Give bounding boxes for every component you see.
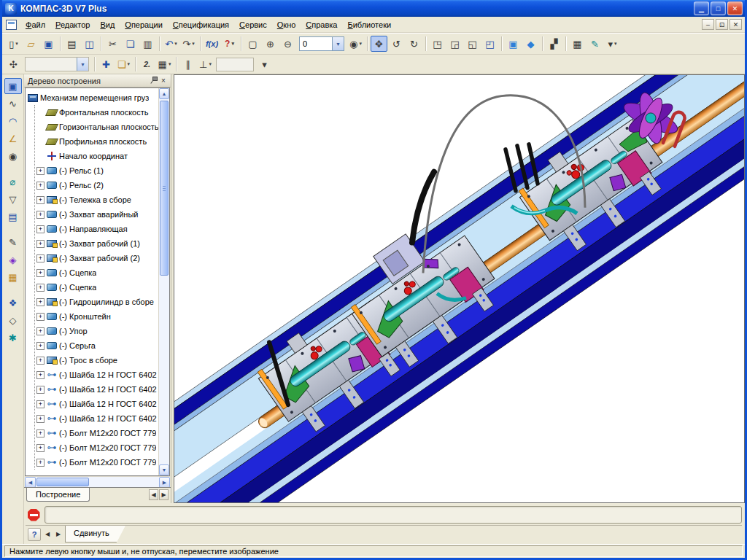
tree-item[interactable]: + (-) Тележка в сборе [36,192,158,207]
shaded-button[interactable]: ◰ [481,36,498,52]
close-button[interactable]: ✕ [727,1,743,15]
tree-item[interactable]: Горизонтальная плоскость [36,120,158,134]
pin-icon[interactable] [148,76,158,85]
tree-item[interactable]: + (-) Серьга [36,338,158,353]
mdi-minimize-button[interactable]: – [702,19,714,30]
step-value-field[interactable] [216,58,254,71]
pan-button[interactable]: ✥ [371,36,387,52]
horizontal-scroll-track[interactable] [36,477,159,487]
expander-icon[interactable]: + [36,240,44,248]
vertical-scroll-track[interactable] [159,99,169,464]
sheet-params-button[interactable]: ▦ [569,36,586,52]
tree-vertical-scrollbar[interactable]: ▲ ▼ [158,88,169,475]
snap-global-button[interactable]: ✣ [5,56,22,72]
panel-edit-part-button[interactable]: ▣ [4,78,22,94]
undo-button[interactable]: ↶ [163,36,179,52]
prop-tab-right-icon[interactable]: ▶ [54,528,63,541]
tree-item[interactable]: Фронтальная плоскость [36,105,158,120]
stop-icon[interactable] [26,507,42,523]
vertical-scroll-thumb[interactable] [160,101,169,276]
expander-icon[interactable]: + [36,429,44,438]
menu-item[interactable]: Операции [120,18,167,31]
tree-root-item[interactable]: Механизм перемещения груз [28,90,158,105]
tree-item[interactable]: + (-) Сцепка [36,280,158,295]
tree-item[interactable]: + (-) Направляющая [36,222,158,236]
paste-button[interactable]: ▥ [139,36,156,52]
menu-item[interactable]: Редактор [50,18,95,31]
panel-elements-button[interactable]: ◈ [4,252,22,268]
tree-item[interactable]: + (-) Захват рабочий (2) [36,251,158,265]
rounding-button[interactable]: 2. [139,56,155,72]
tree-item[interactable]: + (-) Болт М12х20 ГОСТ 779 [36,455,158,470]
tab-construction[interactable]: Построение [26,488,90,502]
expander-icon[interactable]: + [36,415,44,423]
expander-icon[interactable] [36,152,44,160]
refresh-view-button[interactable]: ↻ [406,36,422,52]
grid-button[interactable]: ▦ [156,56,173,72]
expander-icon[interactable]: + [36,284,44,292]
tab-scroll-left-icon[interactable]: ◀ [149,489,158,500]
current-view-input[interactable] [26,58,77,71]
chevron-down-icon[interactable]: ▼ [332,37,344,50]
expander-icon[interactable]: + [36,269,44,277]
expander-icon[interactable]: + [36,444,44,452]
tree-item[interactable]: + (-) Захват аварийный [36,207,158,222]
tree-item[interactable]: + (-) Захват рабочий (1) [36,236,158,251]
help-mode-button[interactable]: ? [221,36,238,52]
expander-icon[interactable] [36,123,44,131]
panel-surfaces-button[interactable]: ◠ [4,113,22,129]
panel-library-button[interactable]: ▦ [4,269,22,285]
wireframe-button[interactable]: ◳ [429,36,446,52]
cut-button[interactable]: ✂ [104,36,121,52]
menu-item[interactable]: Библиотеки [343,18,397,31]
expander-icon[interactable]: + [36,298,44,306]
menu-item[interactable]: Файл [20,18,50,31]
prop-tab-left-icon[interactable]: ◀ [43,528,52,541]
zoom-in-button[interactable]: ⊕ [262,36,279,52]
scroll-right-icon[interactable]: ▶ [159,477,170,488]
menu-item[interactable]: Вид [95,18,120,31]
menu-item[interactable]: Сервис [234,18,272,31]
panel-reports-button[interactable]: ✎ [4,234,22,250]
kompas-logo-icon[interactable]: K [5,3,17,15]
panel-curves-button[interactable]: ∿ [4,96,22,112]
expander-icon[interactable]: + [36,254,44,262]
tree-item[interactable]: + (-) Болт М12х20 ГОСТ 779 [36,440,158,455]
tree-item[interactable]: + (-) Болт М12х20 ГОСТ 779 [36,426,158,440]
expander-icon[interactable]: + [36,386,44,394]
tree-horizontal-scrollbar[interactable]: ◀ ▶ [25,476,170,487]
expander-icon[interactable]: + [36,211,44,219]
zoom-window-button[interactable]: ▢ [244,36,261,52]
panel-aux-geometry-button[interactable]: ∠ [4,131,22,147]
orbit-button[interactable]: ↺ [388,36,405,52]
section-view-button[interactable]: ▞ [546,36,562,52]
maximize-button[interactable]: □ [711,1,726,15]
panel-apps-button[interactable]: ◇ [4,312,22,328]
tree-item[interactable]: Начало координат [36,149,158,163]
panel-mates-button[interactable]: ◉ [4,148,22,164]
scroll-down-icon[interactable]: ▼ [159,464,169,475]
expander-icon[interactable] [36,138,44,146]
hidden-lines-button[interactable]: ◲ [446,36,463,52]
expander-icon[interactable]: + [36,327,44,335]
minimize-button[interactable]: ▁ [694,1,709,15]
scroll-left-icon[interactable]: ◀ [25,477,36,488]
menu-item[interactable]: Справка [301,18,342,31]
tree-item[interactable]: + (-) Рельс (1) [36,163,158,178]
tree-item[interactable]: + (-) Рельс (2) [36,178,158,192]
tree-item[interactable]: + (-) Сцепка [36,265,158,280]
model-viewport[interactable] [174,74,745,503]
expander-icon[interactable]: + [36,400,44,408]
print-preview-button[interactable]: ◫ [81,36,98,52]
expander-icon[interactable]: + [36,313,44,321]
expander-icon[interactable]: + [36,196,44,204]
panel-settings-button[interactable]: ✱ [4,330,22,346]
tree-item[interactable]: + (-) Упор [36,324,158,338]
expander-icon[interactable]: + [36,459,44,467]
expander-icon[interactable]: + [36,167,44,175]
panel-filter-button[interactable]: ▽ [4,191,22,207]
menu-item[interactable]: Спецификация [168,18,234,31]
scroll-up-icon[interactable]: ▲ [159,88,169,99]
tree-item[interactable]: + (-) Кронштейн [36,309,158,324]
expander-icon[interactable]: + [36,371,44,379]
